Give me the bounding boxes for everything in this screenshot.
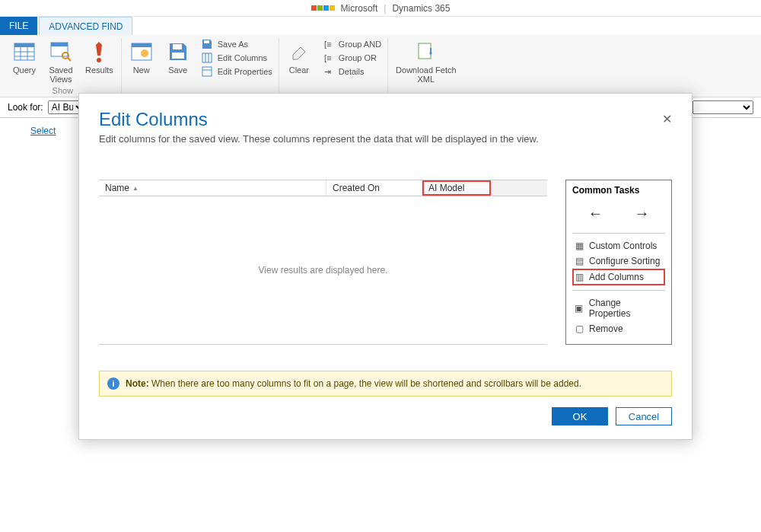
save-button[interactable]: Save <box>164 38 192 76</box>
new-button[interactable]: New <box>128 38 155 76</box>
svg-line-9 <box>68 58 71 61</box>
add-column-icon: ▥ <box>574 272 584 282</box>
results-placeholder: View results are displayed here. <box>99 196 547 345</box>
brand-bar: Microsoft | Dynamics 365 <box>0 0 761 17</box>
grid-search-icon <box>49 40 73 64</box>
svg-rect-20 <box>202 67 212 76</box>
bracket-icon: [≡ <box>322 52 334 64</box>
info-icon: i <box>107 377 119 390</box>
group-and-button[interactable]: [≡Group AND <box>322 38 381 50</box>
column-header-ai-model[interactable]: AI Model <box>422 180 492 196</box>
svg-rect-7 <box>51 43 68 46</box>
microsoft-logo-icon <box>311 5 335 11</box>
eraser-icon <box>287 40 311 64</box>
svg-rect-12 <box>132 43 151 47</box>
brand-right: Dynamics 365 <box>392 3 450 14</box>
grid-icon <box>12 40 37 64</box>
note-label: Note: <box>126 378 149 389</box>
remove-icon: ▢ <box>574 323 584 334</box>
svg-rect-16 <box>204 40 209 43</box>
group-or-button[interactable]: [≡Group OR <box>322 52 381 64</box>
custom-controls-task[interactable]: ▦Custom Controls <box>572 238 665 253</box>
select-link[interactable]: Select <box>30 126 56 136</box>
new-grid-icon <box>129 40 154 64</box>
edit-properties-button[interactable]: Edit Properties <box>201 65 272 78</box>
column-header-created-on[interactable]: Created On <box>326 180 422 196</box>
svg-point-10 <box>97 58 101 62</box>
add-columns-task[interactable]: ▥Add Columns <box>572 269 665 285</box>
close-icon[interactable]: ✕ <box>662 112 672 126</box>
configure-sorting-task[interactable]: ▤Configure Sorting <box>572 253 665 269</box>
exclaim-icon <box>87 40 111 64</box>
details-button[interactable]: ⇥Details <box>322 65 381 78</box>
note-bar: i Note: When there are too many columns … <box>99 371 672 397</box>
save-as-button[interactable]: Save As <box>201 38 272 50</box>
svg-point-13 <box>141 49 148 57</box>
properties-icon <box>201 65 213 78</box>
saved-views-button[interactable]: Saved Views <box>47 38 75 85</box>
bracket-icon: [≡ <box>322 38 334 50</box>
column-headers-row: Name Created On AI Model <box>99 180 547 196</box>
saved-view-select[interactable] <box>693 100 753 114</box>
download-icon <box>414 40 438 64</box>
column-header-empty <box>492 180 547 196</box>
controls-icon: ▦ <box>574 241 584 251</box>
cancel-button[interactable]: Cancel <box>616 407 672 425</box>
common-tasks-panel: Common Tasks ← → ▦Custom Controls ▤Confi… <box>565 180 672 345</box>
ok-button[interactable]: OK <box>552 407 608 425</box>
brand-left: Microsoft <box>341 3 378 14</box>
svg-rect-22 <box>419 43 431 59</box>
arrow-right-icon: ⇥ <box>322 65 334 78</box>
props-icon: ▣ <box>574 303 584 314</box>
remove-task[interactable]: ▢Remove <box>572 321 665 336</box>
download-fetch-xml-button[interactable]: Download Fetch XML <box>394 38 458 85</box>
ribbon: Query Saved Views Results Show New Save <box>0 35 761 97</box>
edit-columns-dialog: ✕ Edit Columns Edit columns for the save… <box>78 93 693 440</box>
sort-icon: ▤ <box>574 256 584 266</box>
dialog-subtitle: Edit columns for the saved view. These c… <box>99 133 672 145</box>
brand-separator: | <box>384 3 386 14</box>
move-left-button[interactable]: ← <box>582 203 610 224</box>
query-button[interactable]: Query <box>11 38 38 76</box>
tab-advanced-find[interactable]: ADVANCED FIND <box>39 17 132 35</box>
move-right-button[interactable]: → <box>629 203 656 224</box>
columns-icon <box>201 52 213 64</box>
svg-rect-14 <box>173 44 182 49</box>
svg-rect-17 <box>202 53 212 62</box>
columns-grid: Name Created On AI Model View results ar… <box>99 180 547 345</box>
svg-rect-15 <box>172 53 184 59</box>
tab-file[interactable]: FILE <box>0 17 37 35</box>
save-as-icon <box>201 38 213 50</box>
edit-columns-button[interactable]: Edit Columns <box>201 52 272 64</box>
dialog-title: Edit Columns <box>99 109 672 130</box>
tab-row: FILE ADVANCED FIND <box>0 17 761 35</box>
note-text: When there are too many columns to fit o… <box>149 378 581 389</box>
look-for-label: Look for: <box>8 102 43 113</box>
column-header-name[interactable]: Name <box>99 180 326 196</box>
common-tasks-title: Common Tasks <box>572 185 665 196</box>
change-properties-task[interactable]: ▣Change Properties <box>572 295 665 321</box>
results-button[interactable]: Results <box>84 38 115 76</box>
clear-button[interactable]: Clear <box>285 38 313 76</box>
svg-rect-1 <box>14 43 34 47</box>
save-icon <box>166 40 190 64</box>
